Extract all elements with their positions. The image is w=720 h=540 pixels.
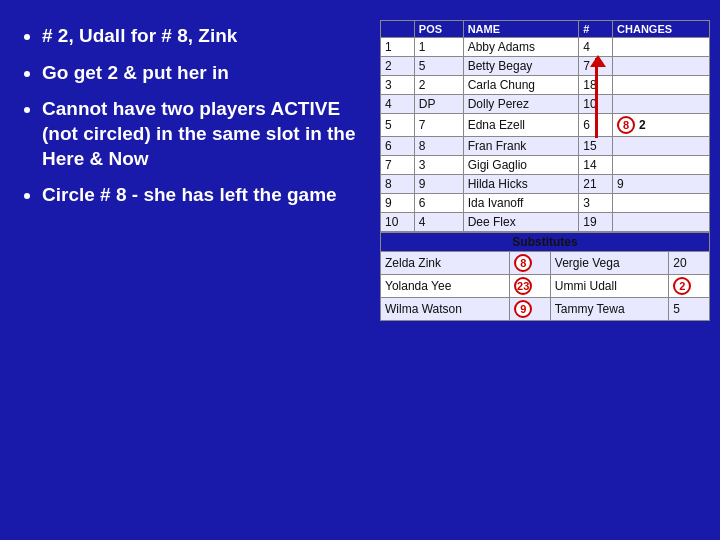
table-row: 25Betty Begay7: [381, 57, 710, 76]
bullet-item: Circle # 8 - she has left the game: [42, 183, 370, 208]
table-row: 104Dee Flex19: [381, 213, 710, 232]
table-row: 96Ida Ivanoff3: [381, 194, 710, 213]
substitutes-table: SubstitutesZelda Zink8Vergie Vega20Yolan…: [380, 232, 710, 321]
col-pos: POS: [414, 21, 463, 38]
roster-table-area: POS NAME # CHANGES 11Abby Adams425Betty …: [380, 16, 710, 321]
table-row: 68Fran Frank15: [381, 137, 710, 156]
bullet-item: Cannot have two players ACTIVE (not circ…: [42, 97, 370, 171]
col-changes: CHANGES: [613, 21, 710, 38]
table-row: 73Gigi Gaglio14: [381, 156, 710, 175]
table-row: 4DPDolly Perez10: [381, 95, 710, 114]
sub-row: Yolanda Yee23Ummi Udall2: [381, 275, 710, 298]
table-row: 32Carla Chung18: [381, 76, 710, 95]
page-title: [0, 0, 720, 16]
bullets-list: # 2, Udall for # 8, ZinkGo get 2 & put h…: [18, 16, 380, 321]
col-name: NAME: [463, 21, 579, 38]
bullet-item: # 2, Udall for # 8, Zink: [42, 24, 370, 49]
table-row: 11Abby Adams4: [381, 38, 710, 57]
table-row: 57Edna Ezell68 2: [381, 114, 710, 137]
col-num: #: [579, 21, 613, 38]
bullet-item: Go get 2 & put her in: [42, 61, 370, 86]
roster-table: POS NAME # CHANGES 11Abby Adams425Betty …: [380, 20, 710, 232]
col-row: [381, 21, 415, 38]
sub-row: Zelda Zink8Vergie Vega20: [381, 252, 710, 275]
table-row: 89Hilda Hicks219: [381, 175, 710, 194]
sub-row: Wilma Watson9Tammy Tewa5: [381, 298, 710, 321]
